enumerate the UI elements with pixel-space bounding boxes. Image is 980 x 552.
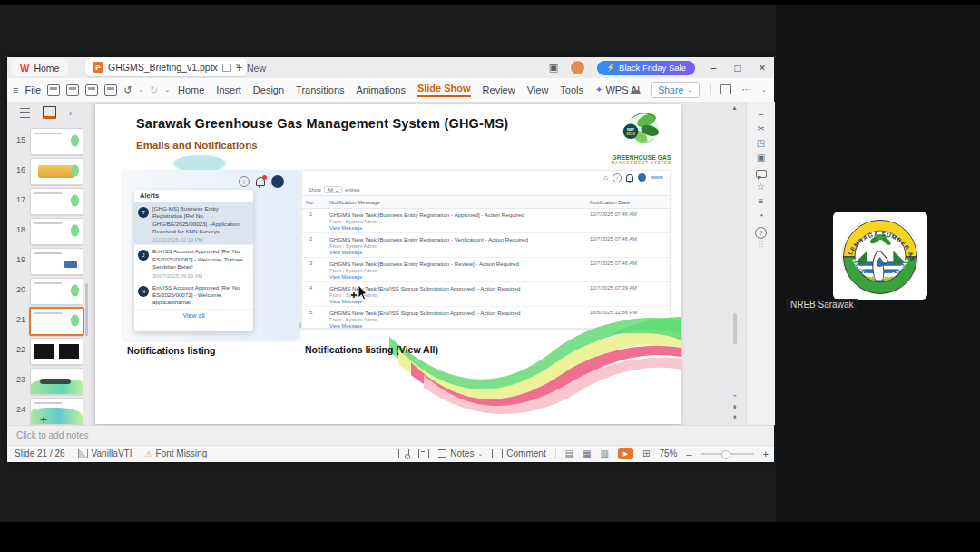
menu-animations[interactable]: Animations: [357, 84, 406, 95]
file-menu[interactable]: File: [24, 84, 41, 95]
menu-view[interactable]: View: [527, 84, 549, 95]
quickbar-dropdown-icon[interactable]: ⌄: [164, 86, 170, 94]
save-icon[interactable]: [47, 84, 60, 96]
minimize-button[interactable]: –: [707, 62, 720, 74]
slide-sorter-icon[interactable]: ▦: [583, 448, 591, 458]
collapse-panel-icon[interactable]: ›: [69, 108, 72, 118]
profile-avatar-icon[interactable]: [271, 175, 284, 188]
slide-thumbnail[interactable]: [30, 248, 83, 275]
slideshow-settings-icon[interactable]: [418, 448, 429, 458]
collapse-sidebar-icon[interactable]: –: [747, 109, 775, 119]
rehearse-timing-icon[interactable]: [398, 448, 409, 458]
slide-thumbnail[interactable]: [30, 218, 83, 245]
favorites-icon[interactable]: ☆: [747, 182, 775, 192]
alert-item[interactable]: J EnVISS Account Approved [Ref No. ES/20…: [134, 245, 253, 281]
new-tab-button[interactable]: + New: [236, 59, 266, 76]
slide-thumbnail[interactable]: [30, 398, 83, 425]
view-all-link[interactable]: View all: [134, 310, 253, 319]
restore-button[interactable]: □: [731, 62, 744, 74]
zoom-slider-handle[interactable]: [721, 450, 730, 459]
notes-toggle[interactable]: Notes ⌄: [438, 448, 483, 458]
info-icon[interactable]: i: [612, 173, 622, 182]
view-message-link[interactable]: View Message: [329, 274, 586, 280]
info-icon[interactable]: i: [239, 176, 250, 187]
menu-slide-show[interactable]: Slide Show: [417, 83, 471, 97]
apps-grid-icon[interactable]: ⠿: [747, 240, 775, 250]
ribbon-panel-icon[interactable]: [720, 84, 731, 94]
zoom-level[interactable]: 75%: [659, 448, 677, 458]
adjust-settings-icon[interactable]: ≡: [747, 196, 775, 206]
slide-thumbnail[interactable]: [30, 368, 83, 395]
bell-icon[interactable]: [626, 174, 633, 182]
tab-document[interactable]: P GHGMS_Briefing_v1.pptx *: [85, 58, 247, 76]
next-slide-icon[interactable]: ⇟: [729, 412, 741, 422]
help-icon[interactable]: ?: [755, 227, 767, 239]
play-slideshow-button[interactable]: ▶: [618, 448, 633, 459]
multi-window-icon[interactable]: ▣: [549, 62, 558, 74]
font-missing-warning[interactable]: ⚠ Font Missing: [144, 448, 207, 458]
user-avatar[interactable]: [570, 60, 585, 75]
hamburger-icon[interactable]: ≡: [13, 84, 18, 95]
slide-thumbnail[interactable]: [30, 158, 83, 185]
scroll-up-icon[interactable]: ▲: [731, 104, 738, 111]
slide-panel-item[interactable]: 20: [7, 277, 87, 305]
slide-canvas[interactable]: Sarawak Greenhouse Gas Management System…: [95, 104, 681, 424]
slide-view-icon[interactable]: [43, 106, 56, 119]
table-row[interactable]: 1 GHGMS New Task [Business Entity Regist…: [302, 209, 670, 233]
slide-panel-item[interactable]: 19: [7, 247, 87, 275]
undo-dropdown-icon[interactable]: ⌄: [138, 86, 143, 94]
redo-icon[interactable]: ↻: [150, 84, 158, 96]
close-button[interactable]: ×: [756, 62, 769, 74]
promo-button[interactable]: ⚡ Black Friday Sale: [597, 61, 695, 75]
vertical-scrollbar[interactable]: [733, 313, 737, 344]
export-icon[interactable]: [66, 84, 79, 96]
slide-thumbnail[interactable]: [30, 278, 83, 305]
slide-panel-item[interactable]: 17: [7, 187, 87, 215]
print-preview-icon[interactable]: [104, 84, 117, 96]
outline-view-icon[interactable]: [20, 108, 30, 118]
comment-button[interactable]: Comment: [492, 448, 545, 458]
table-row[interactable]: 3 GHGMS New Task [Business Entity Regist…: [302, 258, 670, 282]
multi-window-icon[interactable]: ▣: [747, 153, 775, 163]
undo-icon[interactable]: ↺: [123, 84, 132, 96]
view-message-link[interactable]: View Message: [329, 225, 586, 231]
previous-slide-icon[interactable]: ⇞: [729, 402, 741, 412]
crop-beautify-icon[interactable]: ◳: [747, 138, 775, 148]
alert-item[interactable]: T [GHG-MS] Business Entity Registration …: [134, 202, 253, 245]
slide-thumbnail[interactable]: [30, 338, 83, 365]
profile-avatar-icon[interactable]: [638, 173, 646, 182]
zoom-in-icon[interactable]: +: [763, 448, 769, 459]
home-icon[interactable]: ⌂: [603, 173, 608, 182]
view-message-link[interactable]: View Message: [329, 250, 586, 255]
slide-panel-item[interactable]: 22: [7, 337, 87, 365]
normal-view-icon[interactable]: ▤: [565, 448, 573, 458]
slide-panel-scrollbar[interactable]: [85, 283, 88, 336]
menu-review[interactable]: Review: [483, 84, 515, 95]
notes-bar[interactable]: Click to add notes: [7, 425, 774, 446]
print-icon[interactable]: [85, 84, 98, 96]
slide-thumbnail[interactable]: [30, 128, 83, 155]
bell-icon[interactable]: [256, 177, 265, 186]
participant-video-tile[interactable]: LEMBAGA SUMBER ASLI DAN ALAM SEKITAR SAR…: [833, 212, 927, 300]
tab-home[interactable]: W Home: [11, 59, 68, 76]
theme-button[interactable]: VanillaVTI: [78, 448, 132, 458]
table-row[interactable]: 2 GHGMS New Task [Business Entity Regist…: [302, 233, 670, 258]
fullscreen-icon[interactable]: ⊞: [642, 448, 650, 458]
history-icon[interactable]: ◔: [747, 211, 775, 221]
zoom-slider[interactable]: [701, 453, 754, 455]
slide-panel-item[interactable]: 18: [7, 217, 87, 245]
slide-panel-item[interactable]: 23: [7, 367, 87, 395]
menu-design[interactable]: Design: [253, 84, 284, 95]
entries-select[interactable]: All ⌄: [324, 186, 342, 193]
scroll-up-small-icon[interactable]: ⌃: [729, 392, 741, 402]
menu-tools[interactable]: Tools: [560, 84, 583, 95]
more-options-icon[interactable]: ⋯: [741, 84, 751, 95]
menu-insert[interactable]: Insert: [216, 84, 241, 95]
menu-transitions[interactable]: Transitions: [296, 84, 344, 95]
menu-home[interactable]: Home: [178, 84, 204, 95]
alert-item[interactable]: N EnVISS Account Approved [Ref No. ES/20…: [134, 281, 253, 310]
share-button[interactable]: Share ⌄: [651, 82, 700, 98]
slide-thumbnail[interactable]: [30, 188, 83, 215]
slide-panel-item-current[interactable]: 21: [7, 307, 87, 335]
comment-panel-icon[interactable]: [756, 170, 767, 178]
